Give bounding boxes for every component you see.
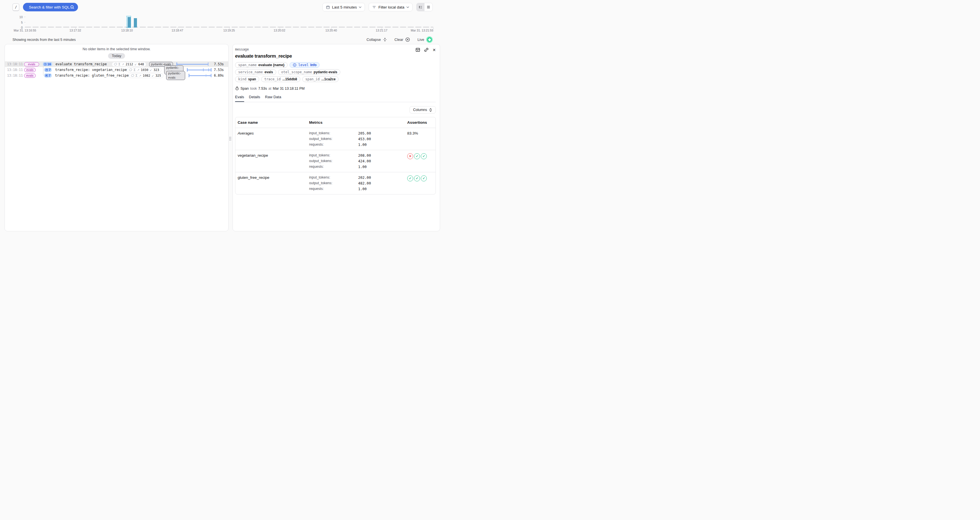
x-tick-label: Mar 31. 13:21:55 [411,29,433,32]
record-row[interactable]: 13:18:11 evals 16 evaluate transform_rec… [5,61,228,67]
assertion-pass-check-icon[interactable]: ✓ [421,175,427,181]
today-pill[interactable]: Today [108,53,125,59]
tree-connector [43,65,45,76]
x-tick-label: 13:20:40 [326,29,337,32]
tag-otel-scope-name[interactable]: otel_scope_namepydantic-evals [278,69,340,75]
cost-coin-icon [129,68,132,72]
x-tick-label: 13:17:32 [70,29,81,32]
sigma-icon: Σ [134,69,135,72]
assertion-pass-check-icon[interactable]: ✓ [407,175,413,181]
live-toggle[interactable]: Live [417,36,433,43]
evals-tag[interactable]: evals [24,73,36,78]
tag-kind[interactable]: kindspan [235,77,259,82]
token-stats-chip[interactable]: Σ ↗ 1082 ↙ 325 [129,73,163,78]
stopwatch-icon [235,86,239,91]
copy-link-button[interactable] [424,48,429,52]
detail-tabs: Evals Details Raw Data [235,95,436,102]
clear-button[interactable]: Clear [395,37,410,42]
tree-view-button[interactable] [417,3,425,11]
col-header-assertions: Assertions [407,117,433,128]
live-label: Live [417,37,424,42]
cost-coin-icon [131,74,134,77]
record-message: evaluate transform_recipe [56,62,107,66]
record-duration: 7.53s [214,68,224,72]
record-message: transform_recipe: gluten_free_recipe [55,73,129,78]
token-stats-chip[interactable]: Σ ↗ 2112 ↙ 648 [112,62,146,67]
assertion-pass-check-icon[interactable]: ✓ [421,153,427,159]
x-tick-label: 13:18:47 [172,29,183,32]
tag-level[interactable]: levelInfo [290,62,320,68]
sort-chevrons-icon [429,108,432,112]
filter-local-data-dropdown[interactable]: Filter local data [369,3,413,11]
tab-raw-data[interactable]: Raw Data [265,95,281,102]
collapse-label: Collapse [366,37,381,42]
timeline-bar[interactable] [127,17,131,27]
tokens-out-arrow-icon: ↙ [152,74,154,77]
tokens-out-value: 648 [138,62,144,66]
tokens-in-value: 1082 [143,74,150,78]
collapse-button[interactable]: Collapse [366,37,387,42]
token-stats-chip[interactable]: Σ ↗ 1030 ↙ 323 [127,67,161,72]
plus-square-icon [45,74,48,77]
metrics-cell: input_tokens:202.00 output_tokens:482.00… [309,172,407,194]
showing-records-text: Showing records from the last 5 minutes [13,38,76,42]
x-tick-label: Mar 31. 13:16:55 [14,29,36,32]
time-range-dropdown[interactable]: Last 5 minutes [322,3,365,11]
evals-table-header: Case name Metrics Assertions [235,117,436,128]
tokens-in-value: 1030 [141,68,149,72]
panel-resize-handle[interactable] [229,136,232,141]
tokens-out-value: 323 [153,68,159,72]
close-panel-button[interactable]: ✕ [433,48,436,52]
timeline-bar[interactable] [134,18,137,27]
case-name: vegetarian_recipe [238,150,309,172]
tab-evals[interactable]: Evals [235,95,244,102]
scope-tag[interactable]: pydantic-evals [166,71,185,80]
span-duration-summary: Spantook7.53satMar 31 13:18:11 PM [235,86,436,91]
assertion-pass-check-icon[interactable]: ✓ [414,153,420,159]
case-name: gluten_free_recipe [238,172,309,194]
tag-span-name[interactable]: span_nameevaluate {name} [235,62,288,68]
list-view-button[interactable] [425,3,433,11]
table-row[interactable]: gluten_free_recipe input_tokens:202.00 o… [235,172,436,194]
assertion-fail-x-icon[interactable]: ✕ [407,153,413,159]
clear-label: Clear [395,37,403,42]
timeline-plot[interactable]: 10 5 0 [25,15,433,27]
x-tick-label: 13:18:10 [121,29,133,32]
dock-panel-button[interactable] [415,48,420,52]
tokens-in-value: 2112 [126,62,133,66]
tag-span-id[interactable]: span_id...1ca2ce [302,77,339,82]
chevron-down-icon [359,6,361,8]
slash-shortcut-key: / [13,3,19,11]
x-tick-label: 13:21:17 [376,29,387,32]
tokens-out-value: 325 [155,74,161,78]
dock-panel-icon [415,48,420,52]
evals-tag[interactable]: evals [24,62,39,66]
duration-bar [187,68,212,72]
search-placeholder: Search & filter with SQL... [29,5,73,10]
table-row[interactable]: vegetarian_recipe input_tokens:208.00 ou… [235,150,436,172]
chevron-down-icon [406,6,409,8]
duration-bar [177,62,208,66]
record-row[interactable]: 13:18:11 evals 7 transform_recipe: glute… [5,73,228,78]
tab-details[interactable]: Details [249,95,260,102]
assertion-pass-check-icon[interactable]: ✓ [414,175,420,181]
table-row[interactable]: Averages input_tokens:205.00 output_toke… [235,128,436,150]
evals-tag[interactable]: evals [24,68,36,72]
record-row[interactable]: 13:18:11 evals 7 transform_recipe: veget… [5,67,228,73]
span-title: evaluate transform_recipe [235,53,436,59]
link-icon [424,48,429,52]
view-mode-toggle [416,3,433,11]
calendar-icon [326,5,330,10]
expand-span-toggle[interactable]: 7 [44,68,52,72]
assertions-icons: ✕✓✓ [407,150,433,172]
clear-circle-x-icon [405,37,410,42]
expand-span-toggle[interactable]: 7 [44,73,52,78]
tag-trace-id[interactable]: trace_id...15ddb8 [261,77,300,82]
tag-service-name[interactable]: service_nameevals [235,69,276,75]
y-tick-label: 10 [15,15,23,19]
record-duration: 7.53s [211,62,224,66]
filter-label: Filter local data [378,5,404,10]
columns-button[interactable]: Columns [409,106,436,113]
search-input[interactable]: Search & filter with SQL... [23,3,78,11]
search-icon [70,5,75,10]
